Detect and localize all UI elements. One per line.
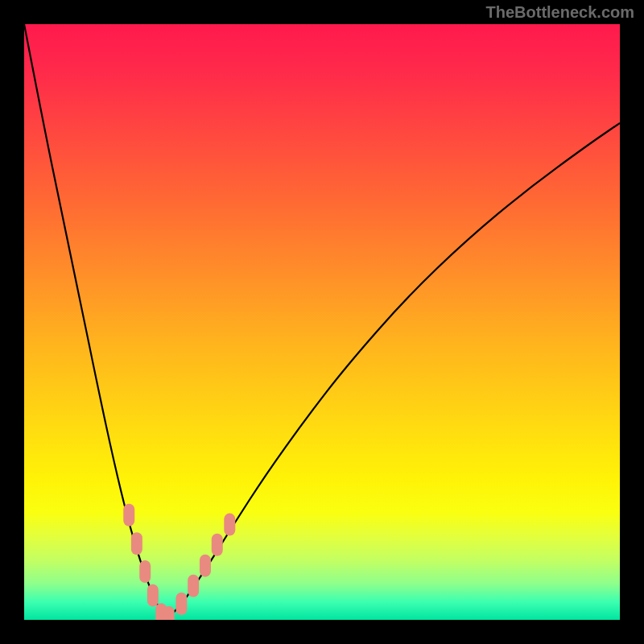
data-marker (212, 534, 223, 556)
plot-area (24, 24, 620, 620)
series-left-branch (24, 24, 166, 620)
data-marker (188, 575, 199, 597)
attribution-label: TheBottleneck.com (486, 3, 634, 22)
data-marker (139, 560, 151, 583)
data-marker (200, 555, 211, 577)
data-marker (123, 504, 134, 526)
data-marker (147, 584, 159, 607)
data-marker (131, 532, 142, 555)
curve-layer (24, 24, 620, 620)
data-marker (224, 514, 235, 536)
series-right-branch (166, 123, 620, 620)
data-marker (163, 606, 175, 620)
chart-frame: TheBottleneck.com (0, 0, 644, 644)
data-marker (175, 592, 187, 615)
